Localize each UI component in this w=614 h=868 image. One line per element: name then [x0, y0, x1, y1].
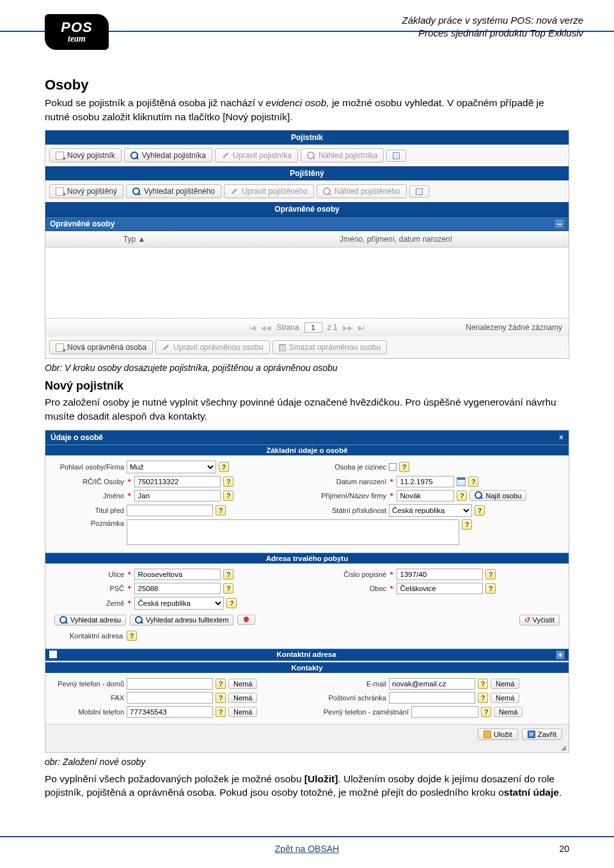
page-footer: Zpět na OBSAH: [0, 844, 614, 854]
edit-opravnena-button[interactable]: Upravit oprávněnou osobu: [155, 340, 270, 354]
help-icon[interactable]: ?: [216, 679, 226, 689]
new-pojisteny-button[interactable]: Nový pojištěný: [49, 184, 123, 198]
expand-pojistnik-button[interactable]: [386, 150, 406, 162]
help-icon[interactable]: ?: [457, 491, 467, 501]
chk-cizinec[interactable]: [389, 463, 397, 471]
help-icon[interactable]: ?: [485, 583, 496, 594]
new-opravnena-button[interactable]: Nová oprávněná osoba: [49, 340, 153, 354]
map-pin-button[interactable]: [237, 615, 255, 625]
input-schranka[interactable]: [389, 692, 475, 704]
help-icon[interactable]: ?: [127, 631, 137, 641]
pager-label-z: z 1: [327, 323, 338, 332]
nema-button[interactable]: Nemá: [228, 693, 257, 703]
section-novy-pojistnik-para: Pro založení osoby je nutné vyplnit všec…: [45, 395, 569, 423]
pager-page-input[interactable]: [304, 322, 322, 333]
input-fax[interactable]: [127, 692, 213, 704]
search-icon: [135, 616, 143, 624]
pager-next-icon[interactable]: ▶▶: [343, 324, 353, 331]
help-icon[interactable]: ?: [462, 519, 472, 530]
new-pojistnik-button[interactable]: Nový pojistník: [49, 148, 122, 162]
help-icon[interactable]: ?: [485, 569, 496, 580]
toolbar-opravnene: Nová oprávněná osoba Upravit oprávněnou …: [45, 336, 569, 358]
search-pojistnik-button[interactable]: Vyhledat pojistníka: [124, 148, 212, 162]
edit-pojistnik-button[interactable]: Upravit pojistníka: [215, 148, 298, 162]
view-pojistnik-button[interactable]: Náhled pojistníka: [301, 148, 384, 162]
lbl-cizinec: Osoba je cizinec: [313, 463, 386, 471]
calendar-icon[interactable]: [457, 477, 466, 486]
required-star: *: [127, 492, 132, 500]
input-pevny-zam[interactable]: [411, 706, 478, 718]
save-button[interactable]: Uložit: [478, 729, 518, 740]
modal-titlebar: Údaje o osobě ×: [45, 430, 569, 445]
header-line2: Proces sjednání produktu Top Exklusiv: [402, 27, 583, 40]
pager: I◀ ◀◀ Strana z 1 ▶▶ ▶I Nenalezeny žádné …: [45, 318, 569, 336]
expand-pojisteny-button[interactable]: [409, 185, 429, 198]
nema-button[interactable]: Nemá: [491, 693, 519, 703]
view-pojisteny-button[interactable]: Náhled pojištěného: [317, 184, 407, 198]
input-prijmeni[interactable]: [397, 490, 454, 501]
input-datum[interactable]: [397, 476, 454, 487]
help-icon[interactable]: ?: [478, 693, 488, 703]
nema-button[interactable]: Nemá: [491, 679, 519, 689]
edit-pojisteny-button[interactable]: Upravit pojištěného: [224, 184, 314, 198]
textarea-poznamka[interactable]: [127, 519, 459, 545]
select-zeme[interactable]: Česká republika: [134, 597, 224, 610]
input-cp[interactable]: [397, 569, 483, 580]
clear-button[interactable]: ↺Vyčistit: [519, 615, 560, 626]
help-icon[interactable]: ?: [481, 707, 491, 717]
input-email[interactable]: [389, 678, 475, 690]
help-icon[interactable]: ?: [216, 505, 226, 516]
modal-close-button[interactable]: ×: [559, 433, 563, 442]
resize-handle[interactable]: ◢: [45, 744, 569, 752]
help-icon[interactable]: ?: [216, 693, 226, 703]
input-jmeno[interactable]: [134, 490, 221, 501]
help-icon[interactable]: ?: [468, 477, 478, 487]
help-icon[interactable]: ?: [223, 491, 233, 501]
close-button[interactable]: ✕Zavřít: [522, 729, 562, 740]
help-icon[interactable]: ?: [223, 569, 233, 580]
delete-opravnena-button[interactable]: Smazat oprávněnou osobu: [272, 340, 387, 354]
search-address-button[interactable]: Vyhledat adresu: [54, 615, 126, 626]
newdoc-icon: [56, 343, 64, 352]
edit-icon: [221, 152, 230, 160]
input-rc[interactable]: [134, 476, 221, 487]
input-mobil[interactable]: [127, 706, 213, 718]
subbar-zakladni: Základní údaje o osobě: [45, 445, 569, 455]
input-obec[interactable]: [397, 583, 483, 594]
col-jmeno[interactable]: Jméno, příjmení, datum narození: [223, 232, 569, 247]
expand-kontaktni-button[interactable]: +: [556, 651, 565, 659]
select-pohlavi[interactable]: Muž: [127, 461, 216, 473]
nema-button[interactable]: Nemá: [228, 679, 257, 689]
help-icon[interactable]: ?: [216, 707, 226, 717]
input-titul[interactable]: [127, 505, 213, 516]
expand-icon: [393, 152, 400, 159]
search-address-fulltext-button[interactable]: Vyhledat adresu fulltextem: [130, 615, 233, 626]
back-to-toc-link[interactable]: Zpět na OBSAH: [275, 844, 339, 854]
required-star: *: [127, 571, 132, 578]
pager-first-icon[interactable]: I◀: [249, 324, 256, 331]
help-icon[interactable]: ?: [475, 505, 485, 516]
select-prislusnost[interactable]: Česká republika: [389, 504, 472, 517]
help-icon[interactable]: ?: [478, 679, 488, 689]
collapse-button[interactable]: –: [555, 219, 564, 228]
input-pevny-domu[interactable]: [127, 678, 213, 690]
pager-prev-icon[interactable]: ◀◀: [261, 324, 271, 331]
chk-kontaktni-adresa[interactable]: [49, 651, 57, 658]
input-ulice[interactable]: [134, 569, 221, 580]
page-number: 20: [559, 844, 569, 854]
help-icon[interactable]: ?: [226, 598, 237, 608]
view-icon: [307, 152, 315, 160]
search-pojisteny-button[interactable]: Vyhledat pojištěného: [126, 184, 221, 198]
header-line1: Základy práce v systému POS: nová verze: [402, 14, 583, 27]
help-icon[interactable]: ?: [223, 583, 233, 594]
pager-label-strana: Strana: [276, 323, 299, 332]
nema-button[interactable]: Nemá: [494, 707, 523, 717]
pager-last-icon[interactable]: ▶I: [358, 324, 365, 331]
nema-button[interactable]: Nemá: [228, 707, 257, 717]
help-icon[interactable]: ?: [223, 477, 233, 487]
input-psc[interactable]: [134, 583, 221, 594]
help-icon[interactable]: ?: [399, 462, 409, 472]
find-person-button[interactable]: Najít osobu: [469, 490, 526, 501]
help-icon[interactable]: ?: [219, 462, 229, 472]
col-typ[interactable]: Typ ▲: [45, 232, 223, 247]
